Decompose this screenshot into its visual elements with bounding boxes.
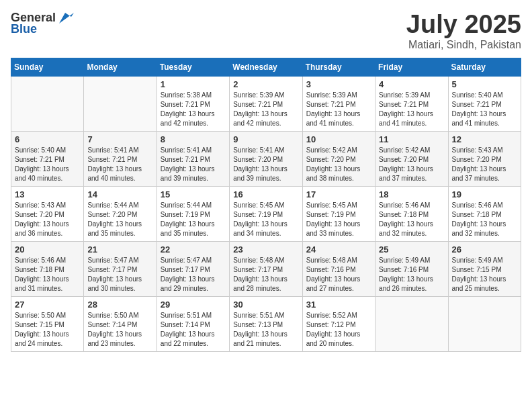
calendar-cell: 16Sunrise: 5:45 AM Sunset: 7:19 PM Dayli… — [230, 186, 302, 241]
day-info: Sunrise: 5:47 AM Sunset: 7:17 PM Dayligh… — [161, 256, 226, 293]
weekday-header: Tuesday — [157, 58, 229, 76]
calendar-cell: 6Sunrise: 5:40 AM Sunset: 7:21 PM Daylig… — [11, 131, 84, 186]
day-info: Sunrise: 5:41 AM Sunset: 7:21 PM Dayligh… — [161, 146, 226, 183]
day-number: 9 — [233, 134, 298, 144]
day-number: 22 — [161, 244, 226, 255]
day-info: Sunrise: 5:44 AM Sunset: 7:20 PM Dayligh… — [87, 201, 152, 238]
calendar-cell: 31Sunrise: 5:52 AM Sunset: 7:12 PM Dayli… — [302, 296, 375, 351]
day-info: Sunrise: 5:50 AM Sunset: 7:15 PM Dayligh… — [15, 311, 80, 349]
weekday-header: Saturday — [448, 58, 521, 76]
calendar-cell: 11Sunrise: 5:42 AM Sunset: 7:20 PM Dayli… — [375, 131, 448, 186]
day-info: Sunrise: 5:42 AM Sunset: 7:20 PM Dayligh… — [306, 146, 371, 183]
day-number: 21 — [87, 244, 152, 255]
weekday-row: SundayMondayTuesdayWednesdayThursdayFrid… — [11, 58, 521, 76]
day-info: Sunrise: 5:41 AM Sunset: 7:21 PM Dayligh… — [87, 146, 152, 183]
calendar-cell — [84, 76, 157, 131]
calendar-cell: 23Sunrise: 5:48 AM Sunset: 7:17 PM Dayli… — [230, 241, 302, 296]
calendar-cell: 12Sunrise: 5:43 AM Sunset: 7:20 PM Dayli… — [448, 131, 521, 186]
calendar-cell: 28Sunrise: 5:50 AM Sunset: 7:14 PM Dayli… — [84, 296, 157, 351]
month-title: July 2025 — [406, 11, 521, 39]
calendar-cell: 14Sunrise: 5:44 AM Sunset: 7:20 PM Dayli… — [84, 186, 157, 241]
day-info: Sunrise: 5:46 AM Sunset: 7:18 PM Dayligh… — [15, 256, 80, 293]
day-number: 2 — [233, 79, 298, 89]
calendar-cell: 19Sunrise: 5:46 AM Sunset: 7:18 PM Dayli… — [448, 186, 521, 241]
day-number: 30 — [233, 300, 298, 310]
day-number: 6 — [15, 134, 80, 144]
day-number: 12 — [452, 134, 517, 144]
weekday-header: Monday — [84, 58, 157, 76]
day-info: Sunrise: 5:45 AM Sunset: 7:19 PM Dayligh… — [306, 201, 371, 238]
logo-icon — [56, 11, 74, 25]
calendar-cell: 24Sunrise: 5:48 AM Sunset: 7:16 PM Dayli… — [302, 241, 375, 296]
day-info: Sunrise: 5:48 AM Sunset: 7:16 PM Dayligh… — [306, 256, 371, 293]
day-info: Sunrise: 5:47 AM Sunset: 7:17 PM Dayligh… — [87, 256, 152, 293]
day-number: 7 — [87, 134, 152, 144]
location-title: Matiari, Sindh, Pakistan — [406, 39, 521, 51]
day-number: 27 — [15, 300, 80, 310]
calendar-cell: 15Sunrise: 5:44 AM Sunset: 7:19 PM Dayli… — [157, 186, 229, 241]
day-info: Sunrise: 5:44 AM Sunset: 7:19 PM Dayligh… — [161, 201, 226, 238]
day-number: 3 — [306, 79, 371, 89]
calendar-week-row: 13Sunrise: 5:43 AM Sunset: 7:20 PM Dayli… — [11, 186, 521, 241]
calendar-cell: 13Sunrise: 5:43 AM Sunset: 7:20 PM Dayli… — [11, 186, 84, 241]
calendar-cell: 29Sunrise: 5:51 AM Sunset: 7:14 PM Dayli… — [157, 296, 229, 351]
day-info: Sunrise: 5:41 AM Sunset: 7:20 PM Dayligh… — [233, 146, 298, 183]
calendar-cell: 30Sunrise: 5:51 AM Sunset: 7:13 PM Dayli… — [230, 296, 302, 351]
day-number: 1 — [161, 79, 226, 89]
day-info: Sunrise: 5:48 AM Sunset: 7:17 PM Dayligh… — [233, 256, 298, 293]
day-info: Sunrise: 5:51 AM Sunset: 7:13 PM Dayligh… — [233, 311, 298, 349]
calendar-cell: 21Sunrise: 5:47 AM Sunset: 7:17 PM Dayli… — [84, 241, 157, 296]
calendar-cell — [375, 296, 448, 351]
calendar-cell: 18Sunrise: 5:46 AM Sunset: 7:18 PM Dayli… — [375, 186, 448, 241]
weekday-header: Thursday — [302, 58, 375, 76]
day-number: 10 — [306, 134, 371, 144]
day-number: 4 — [379, 79, 444, 89]
day-info: Sunrise: 5:46 AM Sunset: 7:18 PM Dayligh… — [379, 201, 444, 238]
day-info: Sunrise: 5:39 AM Sunset: 7:21 PM Dayligh… — [379, 91, 444, 128]
day-number: 28 — [87, 300, 152, 310]
calendar-header: SundayMondayTuesdayWednesdayThursdayFrid… — [11, 58, 521, 76]
calendar-cell — [11, 76, 84, 131]
day-number: 8 — [161, 134, 226, 144]
day-number: 18 — [379, 189, 444, 199]
calendar-cell: 10Sunrise: 5:42 AM Sunset: 7:20 PM Dayli… — [302, 131, 375, 186]
day-info: Sunrise: 5:38 AM Sunset: 7:21 PM Dayligh… — [161, 91, 226, 128]
day-number: 26 — [452, 244, 517, 255]
day-number: 16 — [233, 189, 298, 199]
title-area: July 2025 Matiari, Sindh, Pakistan — [406, 11, 521, 51]
day-number: 19 — [452, 189, 517, 199]
calendar-cell: 22Sunrise: 5:47 AM Sunset: 7:17 PM Dayli… — [157, 241, 229, 296]
day-number: 15 — [161, 189, 226, 199]
day-number: 13 — [15, 189, 80, 199]
calendar-cell: 2Sunrise: 5:39 AM Sunset: 7:21 PM Daylig… — [230, 76, 302, 131]
calendar-cell: 4Sunrise: 5:39 AM Sunset: 7:21 PM Daylig… — [375, 76, 448, 131]
day-info: Sunrise: 5:42 AM Sunset: 7:20 PM Dayligh… — [379, 146, 444, 183]
day-info: Sunrise: 5:52 AM Sunset: 7:12 PM Dayligh… — [306, 311, 371, 349]
day-info: Sunrise: 5:51 AM Sunset: 7:14 PM Dayligh… — [161, 311, 226, 349]
day-number: 5 — [452, 79, 517, 89]
calendar-table: SundayMondayTuesdayWednesdayThursdayFrid… — [11, 58, 521, 352]
day-number: 23 — [233, 244, 298, 255]
day-number: 24 — [306, 244, 371, 255]
day-info: Sunrise: 5:43 AM Sunset: 7:20 PM Dayligh… — [15, 201, 80, 238]
svg-marker-0 — [59, 13, 74, 24]
calendar-week-row: 6Sunrise: 5:40 AM Sunset: 7:21 PM Daylig… — [11, 131, 521, 186]
day-number: 20 — [15, 244, 80, 255]
day-number: 14 — [87, 189, 152, 199]
day-number: 25 — [379, 244, 444, 255]
day-info: Sunrise: 5:39 AM Sunset: 7:21 PM Dayligh… — [233, 91, 298, 128]
day-number: 31 — [306, 300, 371, 310]
day-info: Sunrise: 5:50 AM Sunset: 7:14 PM Dayligh… — [87, 311, 152, 349]
day-info: Sunrise: 5:39 AM Sunset: 7:21 PM Dayligh… — [306, 91, 371, 128]
calendar-cell: 5Sunrise: 5:40 AM Sunset: 7:21 PM Daylig… — [448, 76, 521, 131]
day-number: 11 — [379, 134, 444, 144]
calendar-cell: 8Sunrise: 5:41 AM Sunset: 7:21 PM Daylig… — [157, 131, 229, 186]
calendar-cell: 27Sunrise: 5:50 AM Sunset: 7:15 PM Dayli… — [11, 296, 84, 351]
calendar-cell: 3Sunrise: 5:39 AM Sunset: 7:21 PM Daylig… — [302, 76, 375, 131]
calendar-cell: 20Sunrise: 5:46 AM Sunset: 7:18 PM Dayli… — [11, 241, 84, 296]
calendar-cell — [448, 296, 521, 351]
calendar-cell: 25Sunrise: 5:49 AM Sunset: 7:16 PM Dayli… — [375, 241, 448, 296]
day-info: Sunrise: 5:45 AM Sunset: 7:19 PM Dayligh… — [233, 201, 298, 238]
weekday-header: Sunday — [11, 58, 84, 76]
weekday-header: Wednesday — [230, 58, 302, 76]
